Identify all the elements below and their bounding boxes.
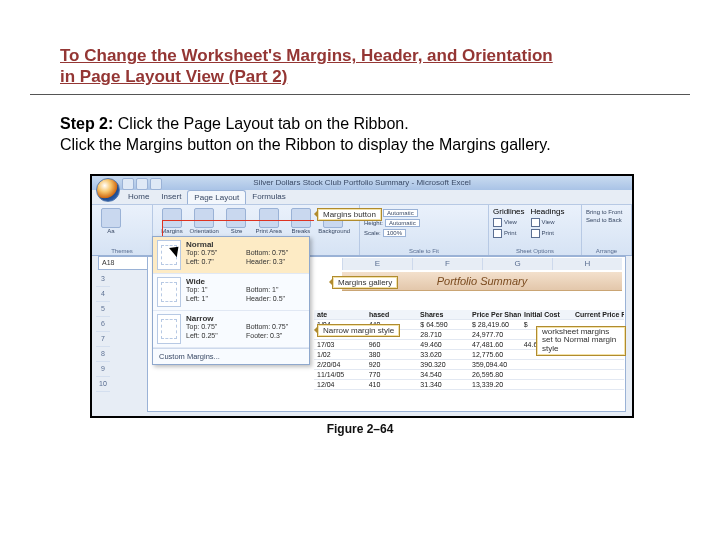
breaks-icon: [291, 208, 311, 228]
step-body: Step 2: Click the Page Layout tab on the…: [60, 113, 660, 156]
callout-narrow-style: Narrow margin style: [317, 324, 400, 337]
gridlines-view-checkbox[interactable]: [493, 218, 502, 227]
callout-margins-gallery: Margins gallery: [332, 276, 398, 289]
headings-print-checkbox[interactable]: [531, 229, 540, 238]
office-button-icon[interactable]: [96, 178, 120, 202]
margins-option-narrow[interactable]: Narrow Top: 0.75"Bottom: 0.75" Left: 0.2…: [153, 311, 309, 348]
mouse-cursor-icon: [172, 244, 182, 258]
tab-home[interactable]: Home: [122, 190, 155, 204]
step-label: Step 2:: [60, 115, 113, 132]
tab-formulas[interactable]: Formulas: [246, 190, 291, 204]
themes-icon: [101, 208, 121, 228]
tab-insert[interactable]: Insert: [155, 190, 187, 204]
margins-thumb-icon: [157, 277, 181, 307]
quick-access-toolbar[interactable]: [122, 178, 162, 190]
size-icon: [226, 208, 246, 228]
custom-margins-item[interactable]: Custom Margins...: [153, 348, 309, 364]
margins-thumb-icon: [157, 314, 181, 344]
name-box[interactable]: A18: [98, 256, 150, 270]
column-headers: EFGH: [342, 258, 622, 270]
themes-button[interactable]: Aa: [96, 207, 126, 234]
tab-page-layout[interactable]: Page Layout: [187, 190, 246, 204]
figure-caption: Figure 2–64: [90, 422, 630, 436]
print-area-icon: [259, 208, 279, 228]
ribbon-tabs: Home Insert Page Layout Formulas: [122, 190, 292, 204]
figure-screenshot: Silver Dollars Stock Club Portfolio Summ…: [90, 174, 634, 418]
group-themes: Aa Themes: [92, 205, 153, 255]
excel-titlebar: Silver Dollars Stock Club Portfolio Summ…: [92, 176, 632, 190]
headings-view-checkbox[interactable]: [531, 218, 540, 227]
slide-title: To Change the Worksheet's Margins, Heade…: [60, 45, 660, 88]
orientation-icon: [194, 208, 214, 228]
margins-icon: [162, 208, 182, 228]
gridlines-print-checkbox[interactable]: [493, 229, 502, 238]
group-arrange: Bring to Front Send to Back Arrange: [582, 205, 632, 255]
callout-margins-button: Margins button: [317, 208, 382, 221]
margins-option-wide[interactable]: Wide Top: 1"Bottom: 1" Left: 1"Header: 0…: [153, 274, 309, 311]
callout-normal-note: worksheet margins set to Normal margin s…: [536, 326, 626, 356]
title-divider: [30, 94, 690, 95]
group-sheet-options: Gridlines View Print Headings View Print…: [489, 205, 582, 255]
row-headers: 345678910: [96, 272, 110, 410]
